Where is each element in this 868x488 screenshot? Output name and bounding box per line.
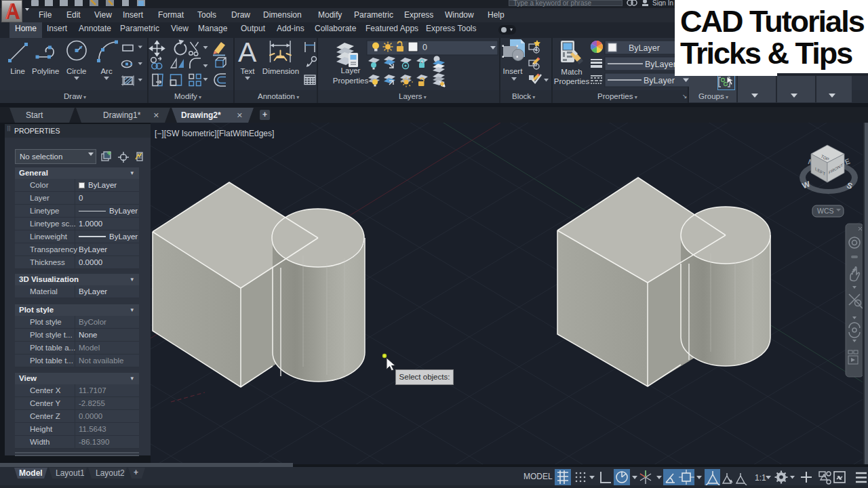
svg-text:ByLayer: ByLayer [644,76,675,85]
svg-text:A: A [238,38,257,68]
svg-text:Sign In: Sign In [652,0,673,6]
svg-text:1:1: 1:1 [755,473,766,483]
svg-text:0: 0 [422,43,427,52]
svg-text:ByLayer: ByLayer [629,43,660,53]
svg-text:WCS: WCS [817,207,834,215]
svg-text:ByLayer: ByLayer [645,60,676,69]
